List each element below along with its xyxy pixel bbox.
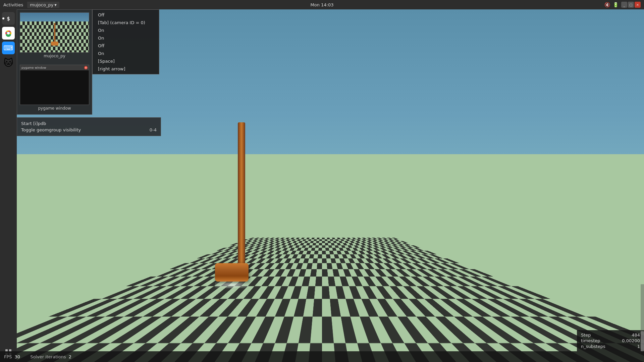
nsubsteps-row: n_substeps 1 bbox=[581, 344, 640, 349]
close-button[interactable]: ✕ bbox=[635, 2, 641, 8]
top-bar: Activities mujoco_py ▾ Mon 14:03 🔇 🔋 _ □… bbox=[0, 0, 644, 9]
shortcut-geomgroup-label: Toggle geomgroup visibility bbox=[21, 127, 81, 132]
mallet-head bbox=[215, 263, 249, 282]
chrome-svg bbox=[4, 29, 13, 38]
floor-checkered bbox=[0, 238, 644, 362]
pygame-preview: pygame window ✕ bbox=[20, 65, 89, 105]
terminal-icon-wrapper: $ bbox=[2, 12, 15, 25]
solver-item: Solver iterations 2 bbox=[30, 354, 71, 359]
mujoco-preview bbox=[20, 12, 89, 53]
tray-mute-icon: 🔇 bbox=[604, 2, 610, 7]
mujoco-thumb[interactable]: mujoco_py bbox=[17, 10, 92, 62]
preview-head bbox=[51, 42, 58, 46]
floor bbox=[0, 154, 644, 362]
menu-item-on-3[interactable]: On bbox=[93, 50, 159, 57]
vscode-icon[interactable]: ⌨ bbox=[2, 42, 15, 54]
window-controls: _ □ ✕ bbox=[621, 2, 641, 8]
minimize-button[interactable]: _ bbox=[621, 2, 627, 8]
chrome-icon[interactable] bbox=[2, 27, 15, 40]
nsubsteps-label: n_substeps bbox=[581, 344, 605, 349]
menu-item-on-1[interactable]: On bbox=[93, 26, 159, 34]
context-menu: Off [Tab] (camera ID = 0) On On Off On [… bbox=[92, 9, 159, 74]
svg-point-1 bbox=[7, 32, 10, 35]
timestep-value: 0.00200 bbox=[622, 338, 640, 343]
tray-battery-icon: 🔋 bbox=[613, 2, 619, 7]
app-menu-label: mujoco_py bbox=[30, 2, 53, 7]
mallet-shadow bbox=[215, 282, 249, 288]
menu-item-off-2[interactable]: Off bbox=[93, 42, 159, 50]
mallet-object bbox=[228, 122, 255, 288]
fps-label: FPS bbox=[4, 354, 12, 359]
pygame-thumb[interactable]: pygame window ✕ pygame window bbox=[17, 62, 92, 114]
menu-item-tab-camera[interactable]: [Tab] (camera ID = 0) bbox=[93, 19, 159, 26]
nsubsteps-value: 1 bbox=[637, 344, 640, 349]
menu-item-off-1[interactable]: Off bbox=[93, 11, 159, 19]
topbar-clock: Mon 14:03 bbox=[310, 2, 333, 7]
fps-item: FPS 30 bbox=[4, 354, 20, 359]
solver-value: 2 bbox=[69, 354, 71, 359]
mujoco-thumb-label: mujoco_py bbox=[20, 53, 89, 59]
shortcut-row-pdb: Start [i]pdb bbox=[21, 120, 157, 127]
shortcut-geomgroup-key: 0-4 bbox=[150, 127, 157, 132]
app-menu-button[interactable]: mujoco_py ▾ bbox=[27, 2, 59, 8]
app-symbol: 🐱 bbox=[3, 57, 13, 68]
solver-label: Solver iterations bbox=[30, 354, 66, 359]
vscode-symbol: ⌨ bbox=[4, 44, 13, 52]
menu-item-on-2[interactable]: On bbox=[93, 34, 159, 42]
shortcut-pdb-label: Start [i]pdb bbox=[21, 121, 46, 126]
pygame-title-text: pygame window bbox=[21, 66, 46, 69]
shortcuts-panel: Start [i]pdb Toggle geomgroup visibility… bbox=[17, 117, 161, 136]
terminal-symbol: $ bbox=[7, 15, 10, 22]
timestep-row: timestep 0.00200 bbox=[581, 338, 640, 344]
pygame-titlebar: pygame window ✕ bbox=[20, 65, 89, 70]
topbar-right: 🔇 🔋 _ □ ✕ bbox=[604, 2, 641, 8]
topbar-left: Activities mujoco_py ▾ bbox=[3, 2, 59, 8]
app-icon[interactable]: 🐱 bbox=[2, 56, 15, 69]
chrome-icon-wrapper bbox=[2, 27, 15, 40]
step-value: 484 bbox=[632, 333, 640, 338]
status-bar: FPS 30 Solver iterations 2 bbox=[0, 351, 644, 362]
fps-value: 30 bbox=[15, 354, 20, 359]
app-menu-dropdown-icon: ▾ bbox=[54, 2, 57, 7]
timestep-label: timestep bbox=[581, 338, 600, 343]
scrollbar[interactable] bbox=[641, 284, 644, 351]
step-panel: Step 484 timestep 0.00200 n_substeps 1 bbox=[577, 330, 644, 351]
menu-item-right-arrow[interactable]: [right arrow] bbox=[93, 65, 159, 73]
scrollbar-thumb[interactable] bbox=[641, 331, 644, 351]
activities-button[interactable]: Activities bbox=[3, 2, 23, 7]
step-row: Step 484 bbox=[581, 332, 640, 338]
shortcut-row-geomgroup: Toggle geomgroup visibility 0-4 bbox=[21, 127, 157, 133]
active-indicator bbox=[2, 17, 4, 19]
task-panel: mujoco_py pygame window ✕ pygame window bbox=[17, 9, 92, 115]
step-label: Step bbox=[581, 333, 591, 338]
left-sidebar: $ ⌨ 🐱 bbox=[0, 9, 17, 362]
mallet-stick bbox=[238, 122, 245, 263]
pygame-close-button[interactable]: ✕ bbox=[84, 66, 88, 69]
pygame-thumb-label: pygame window bbox=[20, 105, 89, 112]
maximize-button[interactable]: □ bbox=[628, 2, 634, 8]
menu-item-space[interactable]: [Space] bbox=[93, 57, 159, 65]
